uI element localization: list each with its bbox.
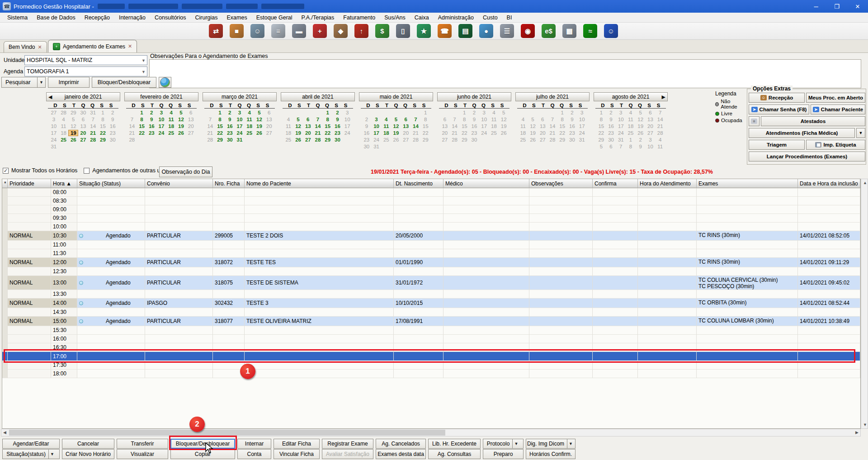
chevron-down-icon[interactable]: ▼ <box>512 439 519 448</box>
calendar-day[interactable]: 28 <box>313 137 323 143</box>
column-header-convênio[interactable]: Convênio <box>145 179 213 188</box>
calendar-day[interactable]: 16 <box>469 123 479 129</box>
grid-row-empty[interactable]: 16:00 <box>2 335 860 343</box>
menu-item-sistema[interactable]: Sistema <box>3 13 32 22</box>
visualizar-button[interactable]: Visualizar <box>117 449 168 459</box>
calendar-day[interactable]: 5 <box>176 109 186 116</box>
calendar-day[interactable]: 27 <box>78 137 88 143</box>
calendar-day[interactable]: 10 <box>235 116 245 123</box>
calendar-day[interactable]: 24 <box>372 137 382 143</box>
calendar-day[interactable]: 18 <box>166 123 176 129</box>
conta-button[interactable]: Conta <box>237 449 271 459</box>
atendimentos-dropdown-button[interactable]: ▼ <box>856 128 865 138</box>
editar-ficha-button[interactable]: Editar Ficha <box>274 439 320 449</box>
print-cards-icon[interactable]: ▦ <box>562 24 576 38</box>
calendar-day[interactable]: 18 <box>59 130 69 136</box>
calendar-day[interactable]: 28 <box>547 137 557 143</box>
calendar-day[interactable]: 9 <box>225 116 235 123</box>
calendar-day[interactable]: 5 <box>499 109 509 116</box>
e-invoice-icon[interactable]: e$ <box>542 24 556 38</box>
column-header-dt-nascimento[interactable]: Dt. Nascimento <box>394 179 443 188</box>
calendar-day[interactable]: 24 <box>49 137 59 143</box>
calendar-day[interactable]: 8 <box>98 116 108 123</box>
grid-row-empty[interactable]: 11:00 <box>2 241 860 249</box>
atestados-doc-icon-button[interactable]: ≡ <box>749 116 760 126</box>
calendar-day[interactable]: 31 <box>49 143 59 150</box>
calendar-day[interactable]: 28 <box>88 137 98 143</box>
calendar-day[interactable]: 15 <box>98 123 108 129</box>
avaliar-satisfação-button[interactable]: Avaliar Satisfação <box>322 449 373 459</box>
calendar-day[interactable]: 19 <box>391 130 401 136</box>
calendar-day[interactable]: 20 <box>401 130 411 136</box>
calendar-day[interactable]: 18 <box>245 123 255 129</box>
agendar-editar-button[interactable]: Agendar/Editar <box>2 439 60 449</box>
calendar-day[interactable]: 25 <box>59 137 69 143</box>
calendar-day[interactable]: 9 <box>636 143 646 150</box>
situação-status--button[interactable]: Situação(status)▼ <box>2 449 60 459</box>
grid-row-empty[interactable]: 09:30 <box>2 214 860 223</box>
finance-chart-icon[interactable]: ★ <box>417 24 431 38</box>
menu-item-bi[interactable]: BI <box>502 13 517 22</box>
calendar-day[interactable]: 27 <box>646 130 656 136</box>
scrollbar-thumb[interactable] <box>9 430 445 436</box>
calendar-day[interactable]: 1 <box>215 109 225 116</box>
ag-consultas-button[interactable]: Ag. Consultas <box>428 449 481 459</box>
calendar-day[interactable]: 25 <box>166 130 176 136</box>
calendar-day[interactable]: 29 <box>596 137 606 143</box>
monitor-ecg-icon[interactable]: ≈ <box>583 24 597 38</box>
calendar-day[interactable]: 11 <box>655 143 665 150</box>
column-header-observações[interactable]: Observações <box>529 179 593 188</box>
dig-img-dicom-button[interactable]: Dig. Img Dicom▼ <box>526 439 576 449</box>
scroll-right-icon[interactable]: ▶ <box>855 430 859 435</box>
calendar-day[interactable]: 22 <box>596 130 606 136</box>
calendar-day[interactable]: 22 <box>98 130 108 136</box>
calendar-day[interactable]: 9 <box>108 116 118 123</box>
calendar-day[interactable]: 27 <box>303 137 313 143</box>
calendar-day[interactable]: 19 <box>293 130 303 136</box>
grid-row-empty[interactable]: 09:00 <box>2 205 860 214</box>
calendar-day[interactable]: 25 <box>518 137 528 143</box>
grid-row-appointment[interactable]: NORMAL15:00AgendadoPARTICULAR318077TESTE… <box>2 317 860 326</box>
calendar-day[interactable]: 3 <box>616 109 626 116</box>
calendar-day[interactable]: 4 <box>245 109 255 116</box>
calendar-day[interactable]: 10 <box>646 143 656 150</box>
stock-up-icon[interactable]: ↑ <box>354 24 368 38</box>
calendar-day[interactable]: 22 <box>459 130 469 136</box>
locker-icon[interactable]: ▯ <box>396 24 410 38</box>
calendar-day[interactable]: 21 <box>205 130 215 136</box>
calendar-day[interactable]: 2 <box>567 109 577 116</box>
calendar-day[interactable]: 1 <box>420 109 430 116</box>
calendar-day[interactable]: 7 <box>411 116 421 123</box>
calendar-day[interactable]: 28 <box>59 109 69 116</box>
calendar-day[interactable]: 10 <box>479 116 489 123</box>
calendar-day[interactable]: 8 <box>323 116 333 123</box>
calendar-day[interactable]: 11 <box>626 116 636 123</box>
calendar-day[interactable]: 31 <box>88 109 98 116</box>
calendar-day[interactable]: 9 <box>606 116 616 123</box>
grid-row-empty[interactable]: 18:00 <box>2 370 860 378</box>
calendar-day[interactable]: 5 <box>391 116 401 123</box>
calendar-day[interactable]: 1 <box>323 109 333 116</box>
menu-item-custo[interactable]: Custo <box>478 13 502 22</box>
calendar-day[interactable]: 5 <box>596 143 606 150</box>
calendar-day[interactable]: 5 <box>528 116 538 123</box>
calendar-day[interactable]: 24 <box>156 130 166 136</box>
calendar-day[interactable]: 8 <box>626 143 636 150</box>
tab-bem-vindo[interactable]: Bem Vindo ✕ <box>4 41 47 52</box>
calendar-prev-icon[interactable]: ◀ <box>48 94 52 100</box>
calendar-day[interactable]: 6 <box>646 109 656 116</box>
calendar-day[interactable]: 1 <box>137 109 147 116</box>
calendar-day[interactable]: 13 <box>303 123 313 129</box>
calendar-day[interactable]: 2 <box>469 109 479 116</box>
calendar-day[interactable]: 23 <box>469 130 479 136</box>
calendar-day[interactable]: 22 <box>557 130 567 136</box>
calendar-day[interactable]: 5 <box>68 116 78 123</box>
mostrar-todos-checkbox[interactable]: ✓ <box>3 168 9 174</box>
calendar-day[interactable]: 21 <box>547 130 557 136</box>
calendar-day[interactable]: 26 <box>528 137 538 143</box>
chat-icon[interactable]: ● <box>479 24 493 38</box>
calendar-day[interactable]: 14 <box>127 123 137 129</box>
calendar-day[interactable]: 9 <box>469 116 479 123</box>
calendar-day[interactable]: 7 <box>127 116 137 123</box>
imp-etiqueta-button[interactable]: ▦ Imp. Etiqueta <box>806 140 865 150</box>
